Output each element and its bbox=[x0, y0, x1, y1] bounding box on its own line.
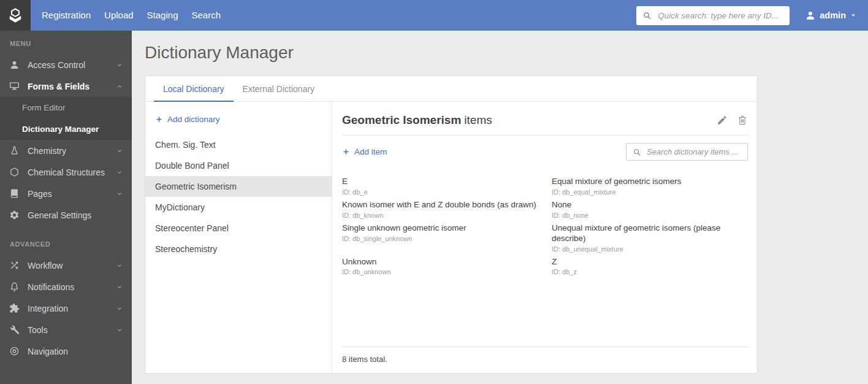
topbar-nav-search[interactable]: Search bbox=[185, 0, 227, 31]
item-label: E bbox=[342, 177, 552, 187]
caret-down-icon bbox=[850, 12, 857, 19]
item-id: ID: db_single_unknown bbox=[342, 235, 552, 242]
chevron-down-icon bbox=[116, 61, 123, 69]
sidebar-item-chemical-structures[interactable]: Chemical Structures bbox=[0, 161, 132, 183]
sidebar-item-workflow[interactable]: Workflow bbox=[0, 255, 132, 276]
tab-bar: Local DictionaryExternal Dictionary bbox=[145, 76, 757, 102]
add-dictionary-button[interactable]: Add dictionary bbox=[145, 115, 332, 124]
delete-dictionary-button[interactable] bbox=[737, 115, 748, 126]
wrench-icon bbox=[9, 324, 20, 335]
sidebar-item-label: Chemical Structures bbox=[28, 167, 116, 177]
user-menu[interactable]: admin bbox=[805, 10, 857, 21]
quick-search-box bbox=[636, 6, 790, 25]
dictionary-item-z[interactable]: ZID: db_z bbox=[552, 257, 748, 276]
items-toolbar: Add item bbox=[342, 143, 748, 161]
sidebar-item-label: General Settings bbox=[28, 210, 123, 220]
sidebar-item-forms-fields[interactable]: Forms & Fields bbox=[0, 75, 132, 97]
topbar-nav: RegistrationUploadStagingSearch bbox=[35, 0, 227, 31]
logo-icon bbox=[6, 6, 25, 25]
plus-icon bbox=[342, 148, 350, 156]
dictionary-list-item-double-bond-panel[interactable]: Double Bond Panel bbox=[145, 155, 332, 176]
book-icon bbox=[9, 188, 20, 199]
dictionary-item-known-isomer-with-e-and-z-double-bonds-as-drawn[interactable]: Known isomer with E and Z double bonds (… bbox=[342, 200, 552, 219]
item-label: Equal mixture of geometric isomers bbox=[552, 177, 748, 187]
app-logo[interactable] bbox=[0, 0, 31, 31]
puzzle-icon bbox=[9, 303, 20, 313]
plus-icon bbox=[155, 115, 163, 123]
items-total: 8 items total. bbox=[342, 347, 748, 373]
dictionary-item-single-unknown-geometric-isomer[interactable]: Single unknown geometric isomerID: db_si… bbox=[342, 223, 552, 253]
dictionary-card: Local DictionaryExternal Dictionary Add … bbox=[145, 75, 758, 374]
chevron-down-icon bbox=[116, 283, 123, 291]
add-item-button[interactable]: Add item bbox=[342, 147, 387, 156]
item-search-input[interactable] bbox=[645, 147, 747, 157]
item-search-box bbox=[626, 143, 748, 161]
dictionary-item-equal-mixture-of-geometric-isomers[interactable]: Equal mixture of geometric isomersID: db… bbox=[552, 177, 748, 196]
gear-icon bbox=[9, 210, 20, 220]
sidebar-submenu: Form EditorDictionary Manager bbox=[0, 97, 132, 140]
sidebar-item-label: Integration bbox=[28, 304, 116, 313]
item-label: Unequal mixture of geometric isomers (pl… bbox=[552, 223, 748, 244]
topbar: RegistrationUploadStagingSearch admin bbox=[0, 0, 868, 31]
sidebar-item-notifications[interactable]: Notifications bbox=[0, 276, 132, 298]
sidebar-item-access-control[interactable]: Access Control bbox=[0, 54, 132, 75]
sidebar-item-integration[interactable]: Integration bbox=[0, 298, 132, 319]
trash-icon bbox=[737, 115, 748, 126]
item-label: Z bbox=[552, 257, 748, 267]
detail-title-suffix: items bbox=[464, 113, 492, 126]
dictionary-detail-panel: Geometric Isomerismitems Add i bbox=[332, 102, 757, 373]
sidebar-item-label: Access Control bbox=[28, 60, 116, 70]
item-id: ID: db_equal_mixture bbox=[552, 188, 748, 196]
sidebar: MENUAccess ControlForms & FieldsForm Edi… bbox=[0, 31, 132, 384]
item-id: ID: db_z bbox=[552, 268, 748, 275]
topbar-nav-staging[interactable]: Staging bbox=[140, 0, 185, 31]
topbar-nav-upload[interactable]: Upload bbox=[97, 0, 140, 31]
add-dictionary-label: Add dictionary bbox=[167, 115, 220, 124]
dictionary-list-item-geometric-isomerism[interactable]: Geometric Isomerism bbox=[145, 176, 332, 197]
sidebar-section-header: MENU bbox=[0, 31, 132, 54]
shuffle-icon bbox=[9, 260, 20, 271]
tab-external-dictionary[interactable]: External Dictionary bbox=[234, 76, 324, 101]
dictionary-list-item-stereocenter-panel[interactable]: Stereocenter Panel bbox=[145, 218, 332, 239]
item-id: ID: db_known bbox=[342, 212, 552, 219]
chevron-down-icon bbox=[116, 147, 123, 155]
detail-title-name: Geometric Isomerism bbox=[342, 113, 461, 126]
tab-local-dictionary[interactable]: Local Dictionary bbox=[154, 76, 234, 101]
sidebar-item-label: Forms & Fields bbox=[28, 82, 116, 91]
dictionary-list: Chem. Sig. TextDouble Bond PanelGeometri… bbox=[145, 134, 332, 259]
sidebar-item-chemistry[interactable]: Chemistry bbox=[0, 140, 132, 161]
item-id: ID: db_e bbox=[342, 188, 552, 196]
item-label: Single unknown geometric isomer bbox=[342, 223, 552, 234]
dictionary-item-unequal-mixture-of-geometric-isomers-please-describe[interactable]: Unequal mixture of geometric isomers (pl… bbox=[552, 223, 748, 253]
sidebar-subitem-dictionary-manager[interactable]: Dictionary Manager bbox=[0, 118, 132, 140]
edit-dictionary-button[interactable] bbox=[717, 115, 728, 126]
item-id: ID: db_unknown bbox=[342, 268, 552, 275]
monitor-icon bbox=[9, 81, 20, 91]
compass-icon bbox=[9, 346, 20, 356]
item-id: ID: db_unequal_mixture bbox=[552, 245, 748, 253]
item-label: Unknown bbox=[342, 257, 552, 267]
chevron-down-icon bbox=[116, 305, 123, 312]
dictionary-items-grid: EID: db_eEqual mixture of geometric isom… bbox=[342, 177, 748, 275]
dictionary-list-panel: Add dictionary Chem. Sig. TextDouble Bon… bbox=[145, 102, 332, 373]
pencil-icon bbox=[717, 115, 728, 126]
sidebar-item-label: Navigation bbox=[28, 347, 123, 356]
dictionary-item-e[interactable]: EID: db_e bbox=[342, 177, 552, 196]
quick-search-input[interactable] bbox=[657, 10, 790, 21]
sidebar-item-tools[interactable]: Tools bbox=[0, 319, 132, 340]
sidebar-subitem-form-editor[interactable]: Form Editor bbox=[0, 97, 132, 118]
dictionary-list-item-mydictionary[interactable]: MyDictionary bbox=[145, 197, 332, 218]
dictionary-item-unknown[interactable]: UnknownID: db_unknown bbox=[342, 257, 552, 276]
sidebar-item-navigation[interactable]: Navigation bbox=[0, 340, 132, 362]
sidebar-item-general-settings[interactable]: General Settings bbox=[0, 204, 132, 226]
user-icon bbox=[805, 10, 816, 21]
sidebar-item-label: Pages bbox=[28, 189, 116, 199]
dictionary-list-item-chem-sig-text[interactable]: Chem. Sig. Text bbox=[145, 134, 332, 155]
topbar-nav-registration[interactable]: Registration bbox=[35, 0, 97, 31]
dictionary-list-item-stereochemistry[interactable]: Stereochemistry bbox=[145, 239, 332, 259]
chevron-down-icon bbox=[116, 326, 123, 334]
user-icon bbox=[9, 60, 20, 70]
dictionary-item-none[interactable]: NoneID: db_none bbox=[552, 200, 748, 219]
user-name: admin bbox=[820, 10, 846, 20]
sidebar-item-pages[interactable]: Pages bbox=[0, 183, 132, 204]
